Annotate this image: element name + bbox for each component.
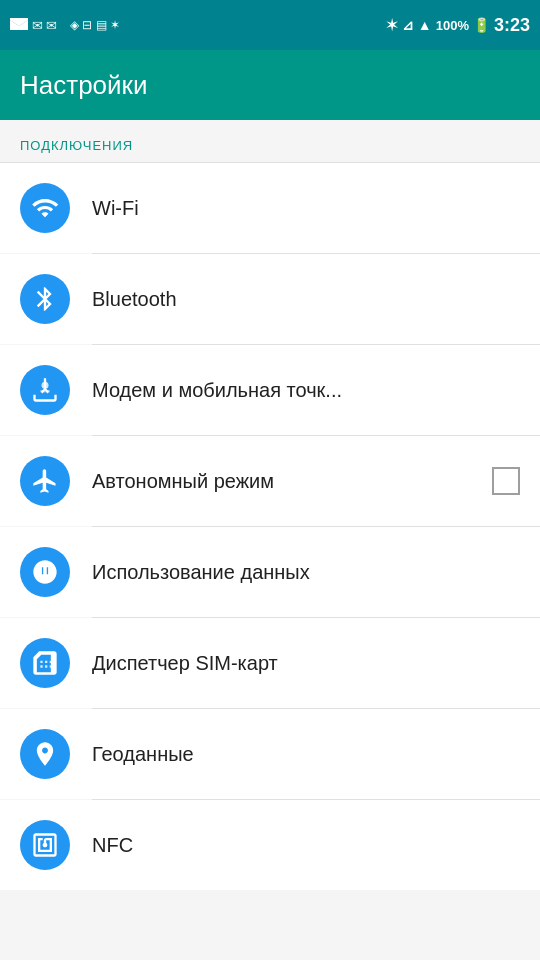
settings-item-tethering[interactable]: Модем и мобильная точк... xyxy=(0,345,540,435)
svg-rect-2 xyxy=(38,566,41,578)
sim-icon-circle xyxy=(20,638,70,688)
settings-item-nfc[interactable]: NFC xyxy=(0,800,540,890)
tethering-icon-circle xyxy=(20,365,70,415)
page-title: Настройки xyxy=(20,70,148,101)
location-icon-circle xyxy=(20,729,70,779)
wifi-label: Wi-Fi xyxy=(92,197,520,220)
sim-label: Диспетчер SIM-карт xyxy=(92,652,520,675)
location-icon xyxy=(31,740,59,768)
nfc-label: NFC xyxy=(92,834,520,857)
settings-item-sim[interactable]: Диспетчер SIM-карт xyxy=(0,618,540,708)
sim-icon xyxy=(31,649,59,677)
svg-rect-3 xyxy=(44,566,47,578)
nfc-icon-circle xyxy=(20,820,70,870)
svg-point-1 xyxy=(42,382,49,389)
svg-rect-4 xyxy=(49,569,52,578)
tethering-icon xyxy=(31,376,59,404)
settings-item-airplane[interactable]: Автономный режим xyxy=(0,436,540,526)
app-bar: Настройки xyxy=(0,50,540,120)
wifi-icon-circle xyxy=(20,183,70,233)
status-bar: ✉ ✉ ◈ ⊟ ▤ ✶ ✶ ⊿ ▲ 100% 🔋 3:23 xyxy=(0,0,540,50)
settings-item-datausage[interactable]: Использование данных xyxy=(0,527,540,617)
nfc-icon xyxy=(31,831,59,859)
notification-icons: ◈ ⊟ ▤ ✶ xyxy=(70,18,120,32)
bluetooth-status-icon: ✶ xyxy=(386,17,398,33)
status-bar-right: ✶ ⊿ ▲ 100% 🔋 3:23 xyxy=(386,15,530,36)
bluetooth-label: Bluetooth xyxy=(92,288,520,311)
svg-text:✉: ✉ xyxy=(46,18,57,32)
battery-level: 100% xyxy=(436,18,469,33)
status-bar-left: ✉ ✉ ◈ ⊟ ▤ ✶ xyxy=(10,18,120,33)
settings-item-location[interactable]: Геоданные xyxy=(0,709,540,799)
status-icons-left: ✉ ✉ xyxy=(32,18,62,33)
settings-item-wifi[interactable]: Wi-Fi xyxy=(0,163,540,253)
location-label: Геоданные xyxy=(92,743,520,766)
section-header: ПОДКЛЮЧЕНИЯ xyxy=(0,120,540,162)
datausage-icon-circle xyxy=(20,547,70,597)
wifi-icon xyxy=(31,194,59,222)
settings-item-bluetooth[interactable]: Bluetooth xyxy=(0,254,540,344)
section-header-text: ПОДКЛЮЧЕНИЯ xyxy=(20,138,133,153)
datausage-icon xyxy=(31,558,59,586)
signal-icon: ⊿ xyxy=(402,17,414,33)
airplane-label: Автономный режим xyxy=(92,470,492,493)
battery-icon: 🔋 xyxy=(473,17,490,33)
airplane-icon-circle xyxy=(20,456,70,506)
airplane-icon xyxy=(31,467,59,495)
bluetooth-icon-circle xyxy=(20,274,70,324)
wifi-status-icon: ▲ xyxy=(418,17,432,33)
datausage-label: Использование данных xyxy=(92,561,520,584)
airplane-checkbox[interactable] xyxy=(492,467,520,495)
tethering-label: Модем и мобильная точк... xyxy=(92,379,520,402)
gmail-icon xyxy=(10,18,28,32)
bluetooth-icon xyxy=(31,285,59,313)
status-time: 3:23 xyxy=(494,15,530,36)
